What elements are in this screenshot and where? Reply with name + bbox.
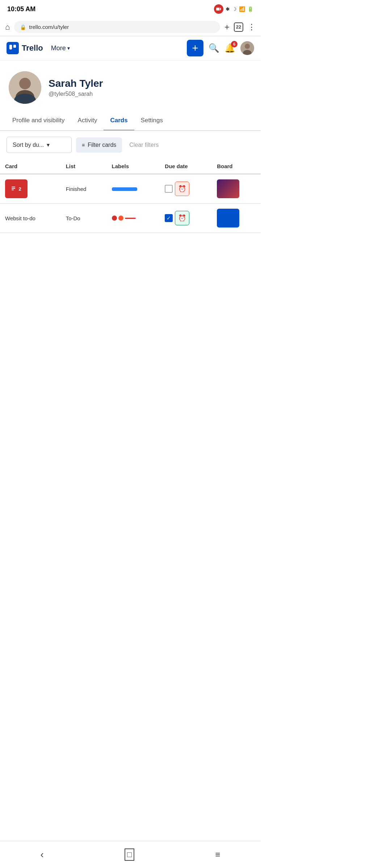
notification-wrapper[interactable]: 🔔 6	[224, 43, 235, 53]
status-bar: 10:05 AM ✱ ☽ 📶 🔋	[0, 0, 261, 18]
trello-logo-icon	[7, 42, 19, 54]
dot-orange	[118, 216, 123, 221]
notification-badge: 6	[231, 41, 237, 47]
due-date-checkbox[interactable]	[165, 185, 173, 193]
profile-info: Sarah Tyler @tyler508_sarah	[49, 78, 103, 97]
more-button[interactable]: More ▾	[51, 44, 70, 52]
board-cell	[212, 174, 261, 204]
card-count: 2	[18, 186, 21, 192]
profile-section: Sarah Tyler @tyler508_sarah	[0, 60, 261, 111]
bluetooth-icon: ✱	[226, 6, 230, 12]
checklist-icon	[11, 186, 17, 192]
moon-icon: ☽	[232, 6, 237, 12]
new-tab-icon[interactable]: +	[224, 22, 230, 32]
tabs: Profile and visibility Activity Cards Se…	[0, 111, 261, 131]
due-date-cell: ⏰	[160, 174, 212, 204]
avatar[interactable]	[240, 41, 254, 55]
board-thumbnail-dark[interactable]	[217, 179, 239, 198]
trello-icon	[9, 44, 17, 52]
dot-red	[112, 216, 117, 221]
add-button[interactable]: +	[187, 40, 203, 56]
label-blue	[112, 187, 137, 191]
due-date-checkbox-checked[interactable]: ✓	[165, 214, 173, 222]
label-dash	[125, 218, 136, 219]
url-text: trello.com/u/tyler	[29, 24, 69, 30]
chevron-down-icon: ▾	[67, 45, 70, 51]
sort-button[interactable]: Sort by du... ▾	[7, 137, 72, 153]
svg-rect-2	[9, 45, 12, 50]
card-cell: Websit to-do	[0, 204, 61, 233]
list-name: To-Do	[66, 215, 80, 221]
board-thumbnail-blue[interactable]	[217, 209, 239, 227]
board-cell	[212, 204, 261, 233]
sort-label: Sort by du...	[13, 142, 44, 148]
list-cell: Finished	[61, 174, 107, 204]
record-icon	[214, 4, 223, 14]
col-due-date: Due date	[160, 159, 212, 174]
col-card: Card	[0, 159, 61, 174]
card-icon-checklist: 2	[5, 179, 28, 198]
col-list: List	[61, 159, 107, 174]
wifi-icon: 📶	[239, 6, 245, 12]
profile-username: @tyler508_sarah	[49, 91, 103, 97]
controls-row: Sort by du... ▾ ≡ Filter cards Clear fil…	[0, 131, 261, 159]
trello-name: Trello	[22, 43, 43, 53]
card-name: Websit to-do	[5, 215, 35, 221]
status-time: 10:05 AM	[7, 5, 35, 13]
svg-point-8	[19, 78, 31, 89]
svg-point-5	[245, 44, 250, 49]
svg-rect-13	[12, 190, 14, 190]
due-date-icon-red: ⏰	[175, 182, 189, 196]
profile-avatar	[9, 71, 41, 104]
tab-count[interactable]: 22	[234, 22, 243, 32]
col-labels: Labels	[107, 159, 160, 174]
url-security-icon: 🔒	[20, 24, 26, 30]
profile-name: Sarah Tyler	[49, 78, 103, 89]
filter-cards-button[interactable]: ≡ Filter cards	[76, 137, 122, 153]
card-cell: 2	[0, 174, 61, 204]
cards-table: Card List Labels Due date Board 2 Fin	[0, 159, 261, 233]
browser-menu-icon[interactable]: ⋮	[248, 22, 256, 32]
svg-marker-1	[220, 7, 221, 11]
table-header-row: Card List Labels Due date Board	[0, 159, 261, 174]
labels-cell	[107, 174, 160, 204]
tab-profile-visibility[interactable]: Profile and visibility	[6, 111, 71, 131]
filter-label: Filter cards	[88, 142, 116, 148]
browser-home-icon[interactable]: ⌂	[5, 22, 10, 32]
battery-icon: 🔋	[247, 6, 253, 12]
due-date-icon-green: ⏰	[175, 211, 189, 225]
url-bar[interactable]: 🔒 trello.com/u/tyler	[14, 21, 220, 33]
avatar-image	[240, 41, 254, 55]
search-icon[interactable]: 🔍	[209, 43, 219, 53]
tab-cards[interactable]: Cards	[104, 111, 134, 131]
tab-settings[interactable]: Settings	[134, 111, 169, 131]
browser-bar: ⌂ 🔒 trello.com/u/tyler + 22 ⋮	[0, 18, 261, 36]
list-name: Finished	[66, 186, 87, 192]
list-cell: To-Do	[61, 204, 107, 233]
table-row[interactable]: Websit to-do To-Do ✓ ⏰	[0, 204, 261, 233]
labels-cell	[107, 204, 160, 233]
table-row[interactable]: 2 Finished ⏰	[0, 174, 261, 204]
svg-rect-12	[12, 188, 15, 189]
trello-logo[interactable]: Trello	[7, 42, 43, 54]
svg-rect-0	[216, 8, 219, 10]
col-board: Board	[212, 159, 261, 174]
status-icons: ✱ ☽ 📶 🔋	[214, 4, 253, 14]
svg-rect-11	[12, 187, 15, 187]
app-nav: Trello More ▾ + 🔍 🔔 6	[0, 36, 261, 60]
svg-rect-3	[13, 45, 16, 48]
sort-chevron-icon: ▾	[47, 141, 50, 148]
filter-icon: ≡	[82, 142, 85, 148]
tab-activity[interactable]: Activity	[71, 111, 104, 131]
due-date-cell: ✓ ⏰	[160, 204, 212, 233]
profile-avatar-image	[9, 71, 41, 104]
clear-filters-button[interactable]: Clear filters	[126, 137, 161, 153]
label-dots	[112, 216, 155, 221]
